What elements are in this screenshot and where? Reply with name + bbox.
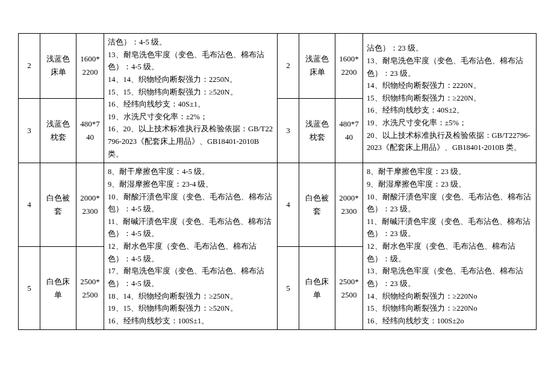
spec-line: 8、耐干摩擦色牢度：4-5 级。: [108, 166, 273, 178]
row-size: 2500*2500: [76, 246, 104, 330]
spec-line: 16、经纬向线纱支：40S±2。: [367, 104, 532, 117]
row-num: 3: [19, 98, 40, 163]
row-name: 白色床单: [40, 246, 76, 330]
table-row: 4白色被套2000*23008、耐干摩擦色牢度：4-5 级。9、耐湿摩擦色牢度：…: [19, 163, 537, 247]
spec-table: 2浅蓝色床单1600*2200沽色）：4-5 级。13、耐皂洗色牢度（变色、毛布…: [18, 33, 537, 330]
spec-line: 13、耐皂洗色牢度（变色、毛布沾色、棉布沾色）：4-5 级。: [108, 49, 273, 73]
row-name: 浅蓝色床单: [299, 34, 335, 99]
spec-line: 15、15、织物纬向断裂强力：≥520N。: [108, 86, 273, 99]
spec-line: 沽色）：4-5 级。: [108, 36, 273, 49]
spec-line: 8、耐干摩擦色牢度：23 级。: [367, 166, 532, 178]
spec-line: 沾色）：23 级。: [367, 42, 532, 55]
row-size: 2000*2300: [76, 163, 104, 247]
spec-line: 16、经纬向线纱支：100S±2o: [367, 315, 532, 328]
row-name: 浅蓝色枕套: [40, 98, 76, 163]
spec-line: 19、水洗尺寸变化率：±2%；: [108, 111, 273, 123]
row-size: 480*740: [335, 98, 363, 163]
table-row: 2浅蓝色床单1600*2200沽色）：4-5 级。13、耐皂洗色牢度（变色、毛布…: [19, 34, 537, 99]
spec-cell: 沾色）：23 级。13、耐皂洗色牢度（变色、毛布沾色、棉布沾色）：23 级。14…: [363, 34, 537, 163]
row-size: 480*740: [76, 98, 104, 163]
row-size: 2500*2500: [335, 246, 363, 330]
spec-line: 14、织物经向断裂强力：2220N。: [367, 79, 532, 92]
spec-line: 17、耐皂洗色牢度（变色、毛布沾色、棉布沾色）：4-5 级。: [108, 265, 273, 290]
row-num: 5: [278, 246, 299, 330]
spec-line: 11、耐碱汗渍色牢度（变色、毛布沾色、棉布沾色）：23 级。: [367, 216, 532, 240]
spec-line: 10、耐酸汗渍色牢度（变色、毛布沾色、棉布沾色）：23 级。: [367, 191, 532, 216]
spec-line: 16、20、以上技术标准执行及检验依据：GB/T22796-2023《配套床上用…: [108, 123, 273, 160]
row-size: 1600*2200: [335, 34, 363, 99]
spec-line: 13、耐皂洗色牢度（变色、毛布沾色、棉布沾色）：23 级。: [367, 265, 532, 290]
spec-line: 16、经纬向线纱支：100S±1。: [108, 315, 273, 328]
spec-line: 20、以上技术标准执行及检验依据：GB/T22796-2023《配套床上用品》、…: [367, 129, 532, 154]
spec-line: 15、织物纬向断裂强力：≥220N。: [367, 92, 532, 105]
spec-line: 9、耐湿摩擦色牢度：23 级。: [367, 178, 532, 191]
row-num: 2: [278, 34, 299, 99]
spec-cell: 8、耐干摩擦色牢度：23 级。9、耐湿摩擦色牢度：23 级。10、耐酸汗渍色牢度…: [363, 163, 537, 330]
spec-line: 16、经纬向线纱支：40S±1。: [108, 98, 273, 111]
spec-line: 12、耐水色牢度（变色、毛布沾色、棉布沾色）：4-5 级。: [108, 240, 273, 265]
spec-line: 13、耐皂洗色牢度（变色、毛布沾色、棉布沾色）：23 级。: [367, 55, 532, 79]
row-name: 浅蓝色床单: [40, 34, 76, 99]
spec-line: 19、水洗尺寸变化率：±5%；: [367, 117, 532, 129]
row-num: 3: [278, 98, 299, 163]
row-num: 5: [19, 246, 40, 330]
spec-cell: 沽色）：4-5 级。13、耐皂洗色牢度（变色、毛布沾色、棉布沾色）：4-5 级。…: [104, 34, 278, 163]
row-name: 浅蓝色枕套: [299, 98, 335, 163]
spec-line: 14、14、织物经向断裂强力：2250N。: [108, 73, 273, 86]
spec-line: 12、耐水色牢度（变色、毛布沾色、棉布沾色）：级。: [367, 240, 532, 265]
spec-line: 10、耐酸汗渍色牢度（变色、毛布沾色、棉布沾包）：4-5 级。: [108, 191, 273, 216]
row-num: 4: [19, 163, 40, 247]
spec-line: 14、织物经向断裂强力：≥220No: [367, 290, 532, 303]
spec-line: 18、14、织物经向断裂强力：≥250N。: [108, 290, 273, 303]
row-name: 白色被套: [299, 163, 335, 247]
spec-cell: 8、耐干摩擦色牢度：4-5 级。9、耐湿摩擦色牢度：23-4 级。10、耐酸汗渍…: [104, 163, 278, 330]
row-num: 2: [19, 34, 40, 99]
spec-line: 9、耐湿摩擦色牢度：23-4 级。: [108, 178, 273, 191]
spec-line: 11、耐碱汗渍色牢度（变色、毛布沾色、棉布沽色）：4-5 级。: [108, 216, 273, 240]
spec-line: 19、15、织物纬向断裂强力：≥520N。: [108, 302, 273, 315]
row-name: 白色床单: [299, 246, 335, 330]
row-name: 白色被套: [40, 163, 76, 247]
row-num: 4: [278, 163, 299, 247]
spec-line: 15、织物纬向断裂强力：≥220No: [367, 302, 532, 315]
row-size: 2000*2300: [335, 163, 363, 247]
row-size: 1600*2200: [76, 34, 104, 99]
